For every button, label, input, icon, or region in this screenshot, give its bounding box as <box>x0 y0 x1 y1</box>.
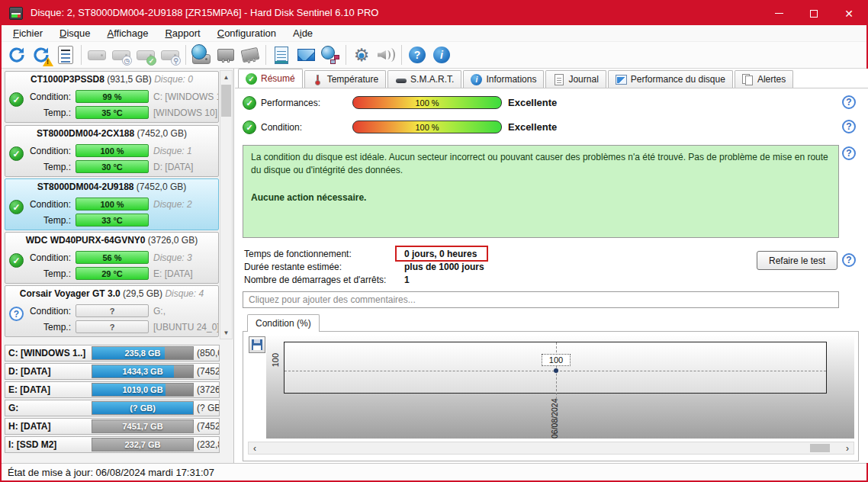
partition-label: D: [DATA] <box>8 366 51 377</box>
x-axis-tick: 06/08/2024 <box>550 396 559 439</box>
partition-row-d[interactable]: D: [DATA] 1434,3 GB (7452,0 GB) <box>5 363 220 380</box>
scroll-down-icon[interactable]: ▼ <box>220 326 232 339</box>
info-icon[interactable]: i <box>430 43 453 66</box>
disk-item-3[interactable]: WDC WD40PURX-64GVNY0 (3726,0 GB) ✓ Condi… <box>5 232 219 284</box>
tab-temperature[interactable]: Température <box>304 70 386 88</box>
temp-bar: 33 °C <box>76 214 149 227</box>
retest-button[interactable]: Refaire le test <box>757 251 837 270</box>
help-icon[interactable]: ? <box>842 253 856 267</box>
menu-configuration[interactable]: Configuration <box>209 26 285 40</box>
temp-label: Temp.: <box>5 162 71 172</box>
disk-item-2-selected[interactable]: ST8000DM004-2U9188 (7452,0 GB) ✓ Conditi… <box>5 178 219 230</box>
disk-connect-icon[interactable] <box>214 43 237 66</box>
chart-tab-condition[interactable]: Condition (%) <box>247 314 320 332</box>
report-icon[interactable] <box>54 43 77 66</box>
scroll-up-icon[interactable]: ▲ <box>220 71 232 83</box>
minimize-button[interactable] <box>761 2 796 25</box>
tab-smart[interactable]: S.M.A.R.T. <box>387 70 461 88</box>
disk-item-0[interactable]: CT1000P3PSSD8 (931,5 GB) Disque: 0 ✓ Con… <box>5 71 219 123</box>
disk-number: Disque: 4 <box>165 288 204 299</box>
tab-informations[interactable]: iInformations <box>463 70 544 88</box>
disk-item-1[interactable]: ST8000DM004-2CX188 (7452,0 GB) ✓ Conditi… <box>5 125 219 177</box>
y-axis-tick: 100 <box>271 353 281 367</box>
maximize-button[interactable] <box>796 2 831 25</box>
sound-icon[interactable] <box>375 43 397 66</box>
mail-icon[interactable] <box>294 43 317 66</box>
menu-affichage[interactable]: Affichage <box>99 26 157 40</box>
status-text: État de mise à jour: 06/08/2024 mardi 17… <box>8 467 214 478</box>
scrollbar-thumb[interactable] <box>810 444 830 452</box>
condition-bar: 100 % <box>76 198 149 210</box>
performance-rating: Excellente <box>508 97 557 108</box>
highlight-box <box>395 246 488 262</box>
help-icon[interactable]: ? <box>406 43 429 66</box>
refresh-warning-icon[interactable] <box>30 43 53 66</box>
tab-resume[interactable]: ✓Résumé <box>238 69 303 88</box>
floppy-icon <box>252 339 262 350</box>
chart-plot-area <box>284 342 827 394</box>
main-panel: ✓Résumé Température S.M.A.R.T. iInformat… <box>235 69 868 463</box>
condition-bar: ? <box>76 304 149 317</box>
close-button[interactable]: ✕ <box>831 2 866 25</box>
chart-scrollbar[interactable]: ‹ › <box>248 442 854 455</box>
lifetime-label: Durée restante estimée: <box>244 262 342 272</box>
save-chart-button[interactable] <box>249 336 265 353</box>
performance-label: Performances: <box>261 98 320 108</box>
tab-journal[interactable]: Journal <box>545 70 606 88</box>
partition-total: (232,8 GB) <box>197 439 220 450</box>
chart-panel: 100 100 06/08/2024 ‹ › <box>243 331 859 461</box>
data-point <box>554 368 558 373</box>
log-icon[interactable] <box>270 43 293 66</box>
toolbar-separator <box>401 45 402 65</box>
partition-row-h[interactable]: H: [DATA] 7451,7 GB (7452,0 GB) <box>5 418 220 435</box>
condition-ok-icon: ✓ <box>243 120 256 134</box>
menu-disque[interactable]: Disque <box>51 26 98 40</box>
partition-usage-bar: 235,8 GB <box>92 346 194 360</box>
help-icon[interactable]: ? <box>842 146 856 160</box>
scroll-left-icon[interactable]: ‹ <box>249 442 261 454</box>
tab-alertes[interactable]: Alertes <box>735 70 793 88</box>
partition-row-g[interactable]: G: (? GB) (? GB) Disqu <box>5 400 220 416</box>
disk-name: ST8000DM004-2CX188 <box>37 128 134 139</box>
menu-rapport[interactable]: Rapport <box>156 26 208 40</box>
app-window: Disque: 2, ST8000DM004-2U9188 [ZR15MPA6]… <box>0 0 868 482</box>
partition-label: H: [DATA] <box>8 421 51 432</box>
comment-input[interactable] <box>243 291 839 308</box>
condition-label: Condition: <box>5 146 71 156</box>
partition-total: (? GB) <box>197 403 220 413</box>
data-point-label: 100 <box>542 354 571 366</box>
toolbar-separator <box>185 45 186 65</box>
disk-number: Disque: 1 <box>153 146 192 156</box>
disk-size: (29,5 GB) <box>123 288 162 299</box>
disk-volume-2: [WINDOWS 10] <box>153 108 217 118</box>
disk-name: CT1000P3PSSD8 <box>31 74 104 85</box>
condition-label: Condition: <box>5 306 71 317</box>
disk-list-scrollbar[interactable]: ▲ ▼ <box>220 70 233 339</box>
tab-performance[interactable]: Performance du disque <box>608 70 733 88</box>
partition-usage-bar: (? GB) <box>92 401 194 415</box>
network-disk-icon[interactable] <box>190 43 213 66</box>
temp-label: Temp.: <box>5 268 71 279</box>
refresh-icon[interactable] <box>5 43 28 66</box>
chart-background: 100 100 06/08/2024 <box>266 335 854 439</box>
menu-fichier[interactable]: Fichier <box>5 26 51 40</box>
settings-gear-icon[interactable]: ⚙ <box>350 43 373 66</box>
help-icon[interactable]: ? <box>842 95 856 109</box>
partition-row-i[interactable]: I: [SSD M2] 232,7 GB (232,8 GB) D <box>5 436 220 453</box>
toolbar-separator <box>265 45 266 65</box>
disk-disconnect-icon[interactable] <box>239 43 262 66</box>
menu-aide[interactable]: Aide <box>285 26 321 40</box>
status-ok-icon: ✓ <box>246 73 257 85</box>
disk-volume: G:, <box>153 306 166 317</box>
warning-badge-icon <box>43 57 53 66</box>
help-icon[interactable]: ? <box>842 120 856 133</box>
sidebar: CT1000P3PSSD8 (931,5 GB) Disque: 0 ✓ Con… <box>3 69 234 463</box>
scroll-right-icon[interactable]: › <box>841 442 854 454</box>
disk-item-4[interactable]: Corsair Voyager GT 3.0 (29,5 GB) Disque:… <box>5 285 219 337</box>
network-status-icon[interactable] <box>319 43 342 66</box>
disk-check-icon: ✓ <box>134 43 157 66</box>
partition-row-c[interactable]: C: [WINDOWS 1..] 235,8 GB (850,0 GB) D <box>5 345 220 362</box>
partition-row-e[interactable]: E: [DATA] 1019,0 GB (3726,0 GB) D <box>5 381 220 398</box>
scrollbar-thumb[interactable] <box>221 85 231 117</box>
partition-usage-bar: 232,7 GB <box>92 438 194 451</box>
